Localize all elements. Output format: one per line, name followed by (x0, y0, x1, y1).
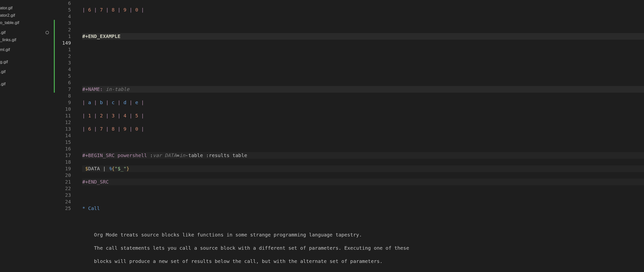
cell: 0 (135, 7, 138, 13)
code-line-current: #+NAME: in-table (82, 86, 644, 93)
file-item[interactable]: ator.gif (0, 5, 54, 12)
code-line (82, 192, 644, 198)
code-line (82, 73, 644, 79)
cell: 0 (135, 126, 138, 132)
cell: e (135, 99, 138, 105)
text: Org Mode treats source blocks like funct… (94, 232, 362, 238)
cell: 7 (100, 126, 103, 132)
cell: d (124, 99, 126, 105)
file-item[interactable] (0, 78, 54, 80)
file-item[interactable] (0, 75, 54, 78)
cell: b (100, 99, 103, 105)
file-item[interactable]: _links.gif (0, 36, 54, 44)
file-label: ator.gif (0, 6, 12, 11)
cell: 4 (124, 113, 126, 119)
file-item[interactable]: .gif (0, 80, 54, 88)
cell: 5 (135, 113, 138, 119)
code-line: | a | b | c | d | e | (82, 99, 644, 106)
org-name-val: in-table (106, 86, 129, 92)
cell: 2 (100, 113, 103, 119)
code-line (82, 20, 644, 27)
file-label: o_table.gif (0, 20, 19, 25)
cell: 1 (88, 113, 91, 119)
code-line: $DATA | %{"$_"} (82, 165, 644, 172)
code-line (82, 218, 644, 225)
cell: 6 (88, 126, 91, 132)
file-item[interactable] (0, 56, 54, 58)
code-line: | 1 | 2 | 3 | 4 | 5 | (82, 112, 644, 119)
code-line: * Call (82, 205, 644, 212)
gutter: 6543211491234567891011121314151617181920… (54, 0, 75, 272)
cell: 7 (100, 7, 103, 13)
file-label: ml.gif (0, 47, 10, 52)
org-end-src: #+END_SRC (82, 179, 108, 185)
code-line (82, 139, 644, 146)
file-label: .gif (0, 30, 6, 35)
cell: 8 (112, 126, 115, 132)
text: The call statements lets you call a sour… (94, 245, 409, 251)
cell: c (112, 99, 115, 105)
code-line: | 6 | 7 | 8 | 9 | 0 | (82, 126, 644, 132)
org-heading: * Call (82, 205, 100, 211)
code-line: #+END_SRC (82, 179, 644, 185)
code-line: blocks will produce a new set of results… (82, 258, 644, 265)
file-item[interactable]: .gif (0, 68, 54, 75)
code-editor[interactable]: | 6 | 7 | 8 | 9 | 0 | #+END_EXAMPLE #+NA… (75, 0, 644, 272)
file-item[interactable] (0, 27, 54, 29)
code-line: #+END_EXAMPLE (82, 33, 644, 40)
code-line (82, 46, 644, 53)
file-item[interactable]: ml.gif (0, 46, 54, 53)
code-line: | 6 | 7 | 8 | 9 | 0 | (82, 7, 644, 13)
file-label: ator2.gif (0, 13, 15, 18)
file-item[interactable] (0, 44, 54, 46)
code-line: #+BEGIN_SRC powershell :var DATA=in-tabl… (82, 152, 644, 159)
code-line (82, 60, 644, 66)
file-item[interactable]: .gif (0, 29, 54, 36)
cell: 9 (124, 126, 126, 132)
line-numbers: 6543211491234567891011121314151617181920… (55, 0, 75, 272)
file-item[interactable]: ator2.gif (0, 12, 54, 19)
org-begin-src: #+BEGIN_SRC powershell (82, 153, 147, 158)
cell: a (88, 99, 91, 105)
file-item[interactable]: o_table.gif (0, 19, 54, 27)
org-end-example: #+END_EXAMPLE (82, 33, 120, 39)
code-line: Org Mode treats source blocks like funct… (82, 232, 644, 238)
file-explorer: ator.gif ator2.gif o_table.gif .gif _lin… (0, 0, 54, 272)
file-label: _links.gif (0, 38, 16, 42)
code-line: The call statements lets you call a sour… (82, 245, 644, 251)
org-name-kw: #+NAME: (82, 86, 103, 92)
file-item[interactable] (0, 53, 54, 56)
text: blocks will produce a new set of results… (94, 258, 382, 264)
cell: 6 (88, 7, 91, 13)
file-label: .gif (0, 69, 6, 74)
file-label: g.gif (0, 60, 8, 64)
cell: 3 (112, 113, 115, 119)
file-item[interactable]: g.gif (0, 58, 54, 66)
file-label: .gif (0, 82, 6, 86)
cell: 9 (124, 7, 126, 13)
file-item[interactable] (0, 66, 54, 68)
cell: 8 (112, 7, 115, 13)
